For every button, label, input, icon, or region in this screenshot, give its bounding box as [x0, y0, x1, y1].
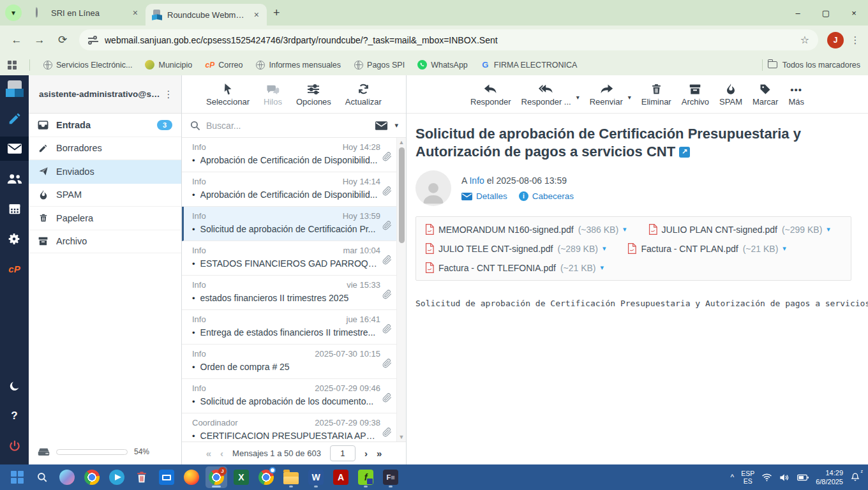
more-button[interactable]: ••• Más — [788, 82, 804, 107]
attachment-1[interactable]: MEMORANDUM N160-signed.pdf (~386 KB) ▾ — [425, 224, 627, 235]
settings-nav-button[interactable] — [0, 226, 29, 251]
browser-tab-sri[interactable]: SRI en Línea × — [29, 0, 146, 26]
word-button[interactable]: W — [305, 466, 327, 488]
url-text[interactable]: webmail.sanjuan.gob.ec/cpsess1525424746/… — [105, 35, 794, 45]
options-button[interactable]: Opciones — [296, 82, 331, 107]
scroll-down-icon[interactable]: ▼ — [399, 434, 405, 440]
tab-search-button[interactable]: ▾ — [5, 4, 22, 21]
logout-button[interactable] — [0, 434, 29, 458]
bookmark-star-icon[interactable]: ☆ — [800, 34, 809, 46]
prev-page-button[interactable]: ‹ — [220, 448, 223, 459]
attachment-menu-caret[interactable]: ▾ — [827, 225, 830, 234]
reply-button[interactable]: Responder — [470, 82, 511, 107]
attachment-menu-caret[interactable]: ▾ — [601, 264, 604, 272]
archive-button[interactable]: Archivo — [682, 82, 709, 107]
tab-close-icon[interactable]: × — [131, 8, 139, 18]
mark-button[interactable]: Marcar — [752, 82, 778, 107]
scroll-up-icon[interactable]: ▲ — [399, 139, 405, 145]
browser-menu-icon[interactable]: ⋮ — [849, 34, 862, 46]
tray-expand-chevron[interactable]: ^ — [731, 473, 735, 482]
message-row-5[interactable]: Infovie 15:33 •estados financieros II tr… — [182, 276, 406, 310]
cpanel-nav-button[interactable]: cP — [0, 256, 29, 281]
apps-grid-icon[interactable] — [8, 61, 17, 70]
file-explorer-button[interactable] — [280, 466, 302, 488]
window-minimize-button[interactable]: – — [784, 0, 812, 26]
window-close-button[interactable]: × — [840, 0, 868, 26]
headers-link[interactable]: i Cabeceras — [519, 191, 574, 201]
taskbar-clock[interactable]: 14:29 6/8/2025 — [816, 468, 843, 487]
mail-nav-button[interactable] — [0, 137, 29, 161]
attachment-5[interactable]: Factura - CNT TLEFONIA.pdf (~21 KB) ▾ — [425, 262, 604, 273]
telegram-button[interactable] — [106, 466, 128, 488]
search-scope-icon[interactable] — [375, 121, 387, 130]
message-row-1[interactable]: InfoHoy 14:28 •Aprobación de Certificaci… — [182, 138, 406, 172]
message-row-6[interactable]: Infojue 16:41 •Entrega de estados financ… — [182, 310, 406, 345]
bookmark-municipio[interactable]: Municipio — [145, 60, 192, 70]
recipient-link[interactable]: Info — [469, 175, 484, 186]
folder-papelera[interactable]: Papelera — [29, 207, 181, 230]
tab-close-icon[interactable]: × — [253, 10, 260, 20]
compose-button[interactable] — [0, 107, 29, 131]
spam-button[interactable]: SPAM — [719, 82, 742, 107]
chrome-alt-button[interactable] — [255, 466, 277, 488]
folder-entrada[interactable]: Entrada 3 — [29, 114, 181, 137]
attachment-menu-caret[interactable]: ▾ — [782, 244, 786, 253]
address-bar[interactable]: webmail.sanjuan.gob.ec/cpsess1525424746/… — [79, 29, 818, 50]
open-in-new-window-icon[interactable] — [679, 147, 690, 158]
back-button[interactable]: ← — [6, 30, 27, 50]
forward-button[interactable]: Reenviar — [590, 82, 623, 107]
bookmark-firma[interactable]: GFIRMA ELECTRONICA — [481, 60, 578, 70]
browser-tab-roundcube[interactable]: Roundcube Webmail :: Enviados × — [146, 4, 267, 26]
message-row-2[interactable]: InfoHoy 14:14 •Aprobación de Certificaci… — [182, 172, 406, 207]
help-button[interactable]: ? — [0, 404, 29, 428]
battery-icon[interactable] — [797, 473, 809, 482]
site-settings-icon[interactable] — [88, 36, 98, 45]
delete-button[interactable]: Eliminar — [641, 82, 671, 107]
dark-app-button[interactable]: F≡ — [380, 466, 401, 488]
message-row-9[interactable]: Coordinador2025-07-29 09:38 •CERTIFICACI… — [182, 413, 406, 442]
attachment-menu-caret[interactable]: ▾ — [623, 225, 627, 234]
copilot-button[interactable] — [56, 466, 78, 488]
message-row-7[interactable]: Info2025-07-30 10:15 •Orden de compra # … — [182, 345, 406, 379]
recycle-bin-button[interactable] — [131, 466, 153, 488]
bookmark-whatsapp[interactable]: WhatsApp — [417, 60, 468, 70]
forward-caret[interactable]: ▾ — [628, 94, 631, 101]
details-link[interactable]: Detalles — [461, 191, 507, 201]
folder-archivo[interactable]: Archivo — [29, 230, 181, 254]
bookmark-correo[interactable]: cPCorreo — [205, 60, 243, 70]
dark-mode-button[interactable] — [0, 374, 29, 398]
all-bookmarks-button[interactable]: Todos los marcadores — [762, 59, 860, 71]
acrobat-button[interactable]: A — [330, 466, 352, 488]
last-page-button[interactable]: » — [377, 448, 382, 459]
folder-borradores[interactable]: Borradores — [29, 137, 181, 161]
page-number-input[interactable]: 1 — [330, 445, 355, 461]
first-page-button[interactable]: « — [206, 448, 211, 459]
calendar-nav-button[interactable] — [0, 197, 29, 221]
search-input[interactable] — [206, 121, 370, 131]
language-indicator[interactable]: ESP ES — [741, 470, 754, 485]
chrome-profile-button[interactable]: J — [206, 466, 227, 488]
forward-button[interactable]: → — [29, 30, 50, 50]
excel-button[interactable]: X — [230, 466, 252, 488]
refresh-button[interactable]: Actualizar — [345, 82, 382, 107]
attachment-2[interactable]: JULIO PLAN CNT-signed.pdf (~299 KB) ▾ — [648, 224, 830, 235]
attachment-3[interactable]: JULIO TELE CNT-signed.pdf (~289 KB) ▾ — [425, 243, 606, 254]
attachment-4[interactable]: Factura - CNT PLAN.pdf (~21 KB) ▾ — [627, 243, 786, 254]
folder-enviados[interactable]: Enviados — [29, 160, 181, 184]
reply-all-button[interactable]: Responder ... — [521, 82, 571, 107]
window-maximize-button[interactable]: ▢ — [812, 0, 840, 26]
attachment-menu-caret[interactable]: ▾ — [602, 244, 606, 253]
remote-desktop-button[interactable] — [156, 466, 177, 488]
message-row-3-selected[interactable]: InfoHoy 13:59 •Solicitud de aprobación d… — [182, 207, 406, 241]
folder-spam[interactable]: SPAM — [29, 184, 181, 207]
start-button[interactable] — [6, 466, 28, 488]
chrome-button[interactable] — [81, 466, 103, 488]
scrollbar-thumb[interactable] — [399, 147, 405, 243]
account-menu-icon[interactable]: ⋮ — [162, 89, 175, 100]
bookmark-informes[interactable]: Informes mensuales — [256, 60, 341, 70]
reload-button[interactable]: ⟳ — [52, 30, 73, 50]
firefox-button[interactable] — [181, 466, 202, 488]
taskbar-search-button[interactable] — [31, 466, 53, 488]
accounting-app-button[interactable]: f — [355, 466, 377, 488]
message-row-4[interactable]: Infomar 10:04 •ESTADOS FINANCIEROS GAD P… — [182, 241, 406, 276]
